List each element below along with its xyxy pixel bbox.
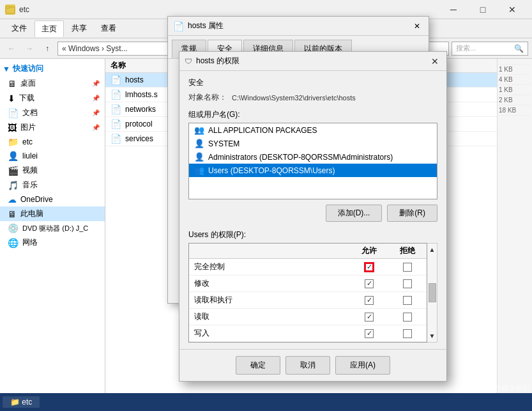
size-4kb: 4 KB (499, 75, 531, 85)
sidebar-item-desktop[interactable]: 🖥 桌面 📌 (0, 76, 105, 91)
sidebar-item-liulei[interactable]: 👤 liulei (0, 149, 105, 163)
checkbox-modify-deny[interactable] (403, 279, 412, 288)
user-item-users[interactable]: 👥 Users (DESKTOP-8QORSSM\Users) (189, 164, 437, 177)
checkbox-read-deny[interactable] (403, 313, 412, 322)
size-panel: 1 KB 4 KB 1 KB 2 KB 18 KB (497, 59, 532, 396)
sidebar-label-downloads: 下载 (19, 93, 34, 104)
scroll-thumb[interactable] (429, 283, 436, 302)
sidebar-item-pictures[interactable]: 🖼 图片 📌 (0, 120, 105, 135)
administrators-icon: 👤 (194, 152, 204, 162)
sidebar-item-video[interactable]: 🎬 视频 (0, 163, 105, 178)
network-icon: 🌐 (8, 238, 19, 248)
checkbox-full-control-deny[interactable] (403, 263, 412, 272)
perm-object-key: 对象名称： (188, 92, 227, 103)
protocol-file-icon: 📄 (110, 119, 121, 129)
sidebar-item-documents[interactable]: 📄 文档 📌 (0, 105, 105, 120)
pin-icon-documents: 📌 (92, 109, 100, 116)
up-button[interactable]: ↑ (40, 41, 55, 56)
desktop-icon: 🖥 (8, 79, 17, 89)
ribbon-tab-file[interactable]: 文件 (5, 20, 33, 36)
add-button[interactable]: 添加(D)... (326, 205, 383, 222)
perm-deny-read-execute (388, 293, 427, 307)
etc-folder-icon: 📁 (8, 137, 19, 147)
checkbox-write-allow[interactable] (365, 329, 374, 338)
perm-title-icon: 🛡 (185, 57, 192, 66)
sidebar-item-onedrive[interactable]: ☁ OneDrive (0, 192, 105, 206)
perm-label-suffix: 的权限(P): (211, 230, 246, 239)
checkbox-write-deny[interactable] (403, 329, 412, 338)
perm-table-label: Users 的权限(P): (188, 229, 437, 240)
explorer-title-icon (5, 4, 15, 15)
user-item-administrators[interactable]: 👤 Administrators (DESKTOP-8QORSSM\Admini… (189, 150, 437, 164)
perm-footer: 确定 取消 应用(A) (179, 349, 446, 381)
user-item-system[interactable]: 👤 SYSTEM (189, 137, 437, 150)
scroll-down-arrow[interactable]: ▼ (428, 331, 437, 341)
search-icon: 🔍 (514, 44, 524, 53)
downloads-icon: ⬇ (8, 93, 15, 104)
taskbar-explorer-btn[interactable]: 📁 etc (3, 396, 40, 408)
explorer-title: etc (19, 5, 439, 14)
quick-access-label: 快速访问 (13, 63, 43, 74)
search-box[interactable]: 搜索... 🔍 (452, 42, 528, 56)
perm-title-bar: 🛡 hosts 的权限 ✕ (179, 52, 446, 71)
perm-close-button[interactable]: ✕ (429, 55, 441, 68)
perm-object-value: C:\Windows\System32\drivers\etc\hosts (232, 94, 356, 102)
checkbox-read-execute-allow[interactable] (365, 296, 374, 305)
sidebar-label-onedrive: OneDrive (20, 195, 53, 204)
csdn-watermark: CSDN @橘淮南积 (473, 384, 529, 393)
perm-deny-full-control (388, 260, 427, 274)
perm-col-deny-header: 拒绝 (388, 244, 427, 258)
all-app-packages-label: ALL APPLICATION PACKAGES (208, 126, 317, 135)
sidebar-item-music[interactable]: 🎵 音乐 (0, 178, 105, 192)
ribbon-tab-home[interactable]: 主页 (34, 20, 64, 37)
maximize-button[interactable]: □ (468, 0, 498, 19)
sidebar-item-downloads[interactable]: ⬇ 下载 📌 (0, 91, 105, 105)
system-icon: 👤 (194, 139, 204, 148)
sidebar-item-dvd[interactable]: 💿 DVD 驱动器 (D:) J_C (0, 221, 105, 235)
perm-row-modify: 修改 (189, 275, 427, 292)
perm-name-full-control: 完全控制 (189, 259, 350, 275)
taskbar: 📁 etc (0, 393, 532, 411)
perm-col-allow-header: 允许 (350, 244, 388, 258)
perm-body: 安全 对象名称： C:\Windows\System32\drivers\etc… (179, 71, 446, 349)
onedrive-icon: ☁ (8, 194, 17, 205)
sidebar-item-thispc[interactable]: 🖥 此电脑 (0, 206, 105, 221)
perm-table: 允许 拒绝 完全控制 修改 (188, 243, 427, 343)
checkbox-read-execute-deny[interactable] (403, 296, 412, 305)
ribbon-tab-view[interactable]: 查看 (95, 20, 123, 36)
cancel-button[interactable]: 取消 (285, 356, 330, 375)
sidebar-label-liulei: liulei (22, 151, 38, 160)
minimize-button[interactable]: ─ (439, 0, 468, 19)
forward-button[interactable]: → (22, 41, 37, 56)
perm-btn-row: 添加(D)... 删除(R) (188, 205, 437, 222)
hosts-prop-close-button[interactable]: ✕ (411, 20, 423, 33)
system-label: SYSTEM (208, 139, 239, 148)
quick-access-header[interactable]: ▼ 快速访问 (0, 61, 105, 76)
dvd-icon: 💿 (8, 223, 19, 233)
close-button[interactable]: ✕ (498, 0, 527, 19)
perm-deny-write (388, 327, 427, 341)
perm-allow-modify (350, 277, 388, 291)
address-path: « Windows › Syst... (62, 44, 128, 53)
perm-allow-read (350, 310, 388, 324)
checkbox-read-allow[interactable] (365, 313, 374, 322)
checkbox-full-control-allow[interactable] (365, 263, 374, 272)
ribbon-tab-share[interactable]: 共享 (65, 20, 93, 36)
sidebar-label-video: 视频 (22, 165, 38, 176)
perm-allow-write (350, 327, 388, 341)
perm-name-modify: 修改 (189, 275, 350, 291)
scroll-up-arrow[interactable]: ▲ (428, 245, 437, 254)
sidebar-item-etc[interactable]: 📁 etc (0, 135, 105, 149)
apply-button[interactable]: 应用(A) (335, 356, 390, 375)
administrators-label: Administrators (DESKTOP-8QORSSM\Administ… (208, 153, 393, 162)
perm-table-header: 允许 拒绝 (189, 244, 427, 259)
sidebar-item-network[interactable]: 🌐 网络 (0, 235, 105, 250)
remove-button[interactable]: 删除(R) (387, 205, 437, 222)
title-bar-controls: ─ □ ✕ (439, 0, 527, 19)
music-icon: 🎵 (8, 180, 19, 190)
user-item-all-app-packages[interactable]: 👥 ALL APPLICATION PACKAGES (189, 123, 437, 137)
back-button[interactable]: ← (4, 41, 19, 56)
ok-button[interactable]: 确定 (236, 356, 280, 375)
checkbox-modify-allow[interactable] (365, 279, 374, 288)
video-icon: 🎬 (8, 166, 19, 176)
